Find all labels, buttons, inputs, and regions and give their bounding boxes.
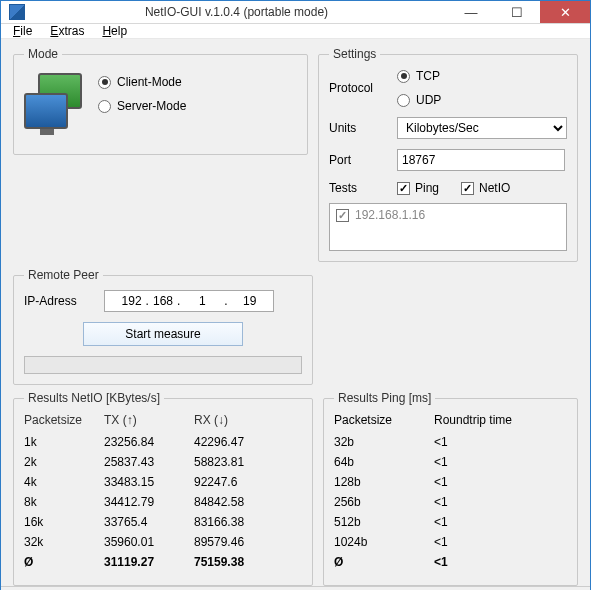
settings-group: Settings Protocol TCP UDP Units — [318, 47, 578, 262]
computers-icon — [24, 73, 84, 135]
protocol-label: Protocol — [329, 81, 389, 95]
netio-row: 16k33765.483166.38 — [24, 515, 302, 529]
netio-row: 2k25837.4358823.81 — [24, 455, 302, 469]
checkbox-icon — [397, 182, 410, 195]
port-label: Port — [329, 153, 389, 167]
units-select[interactable]: Kilobytes/Sec — [397, 117, 567, 139]
ip-list[interactable]: 192.168.1.16 — [329, 203, 567, 251]
close-button[interactable]: ✕ — [540, 1, 590, 23]
remote-legend: Remote Peer — [24, 268, 103, 282]
netio-row: 1k23256.8442296.47 — [24, 435, 302, 449]
menubar: File Extras Help — [1, 24, 590, 39]
tests-label: Tests — [329, 181, 389, 195]
remote-peer-group: Remote Peer IP-Adress 192.168. 1 . 19 St… — [13, 268, 313, 385]
ping-avg-row: Ø <1 — [334, 555, 567, 569]
radio-icon — [98, 100, 111, 113]
ping-row: 512b<1 — [334, 515, 567, 529]
tcp-radio[interactable]: TCP — [397, 69, 567, 83]
window-title: NetIO-GUI v.1.0.4 (portable mode) — [25, 5, 448, 19]
start-measure-button[interactable]: Start measure — [83, 322, 243, 346]
ping-row: 32b<1 — [334, 435, 567, 449]
netio-row: 32k35960.0189579.46 — [24, 535, 302, 549]
port-input[interactable] — [397, 149, 565, 171]
netio-row: 8k34412.7984842.58 — [24, 495, 302, 509]
results-ping-group: Results Ping [ms] Packetsize Roundtrip t… — [323, 391, 578, 586]
results-ping-legend: Results Ping [ms] — [334, 391, 435, 405]
netio-row: 4k33483.1592247.6 — [24, 475, 302, 489]
checkbox-icon — [461, 182, 474, 195]
ping-row: 128b<1 — [334, 475, 567, 489]
units-label: Units — [329, 121, 389, 135]
ip-address-label: IP-Adress — [24, 294, 94, 308]
col-roundtrip: Roundtrip time — [434, 413, 567, 427]
radio-icon — [397, 94, 410, 107]
netio-checkbox[interactable]: NetIO — [461, 181, 510, 195]
statusbar: Measurement finished. | IP(s): 192.168.1… — [1, 586, 590, 590]
ping-checkbox[interactable]: Ping — [397, 181, 439, 195]
titlebar[interactable]: NetIO-GUI v.1.0.4 (portable mode) — ☐ ✕ — [1, 1, 590, 24]
ip-list-item[interactable]: 192.168.1.16 — [336, 208, 560, 222]
col-packetsize: Packetsize — [24, 413, 104, 427]
menu-extras[interactable]: Extras — [50, 24, 84, 38]
progress-bar — [24, 356, 302, 374]
mode-legend: Mode — [24, 47, 62, 61]
radio-icon — [98, 76, 111, 89]
netio-avg-row: Ø 31119.27 75159.38 — [24, 555, 302, 569]
ip-address-input[interactable]: 192.168. 1 . 19 — [104, 290, 274, 312]
maximize-button[interactable]: ☐ — [494, 1, 540, 23]
col-packetsize: Packetsize — [334, 413, 434, 427]
results-netio-group: Results NetIO [KBytes/s] Packetsize TX (… — [13, 391, 313, 586]
results-netio-legend: Results NetIO [KBytes/s] — [24, 391, 164, 405]
minimize-button[interactable]: — — [448, 1, 494, 23]
client-mode-radio[interactable]: Client-Mode — [98, 75, 186, 89]
settings-legend: Settings — [329, 47, 380, 61]
radio-icon — [397, 70, 410, 83]
menu-help[interactable]: Help — [102, 24, 127, 38]
udp-radio[interactable]: UDP — [397, 93, 567, 107]
col-rx: RX (↓) — [194, 413, 284, 427]
ping-row: 64b<1 — [334, 455, 567, 469]
col-tx: TX (↑) — [104, 413, 194, 427]
mode-group: Mode Client-Mode Server-Mode — [13, 47, 308, 155]
app-window: NetIO-GUI v.1.0.4 (portable mode) — ☐ ✕ … — [0, 0, 591, 590]
ping-row: 256b<1 — [334, 495, 567, 509]
ping-row: 1024b<1 — [334, 535, 567, 549]
checkbox-icon — [336, 209, 349, 222]
app-icon — [9, 4, 25, 20]
menu-file[interactable]: File — [13, 24, 32, 38]
server-mode-radio[interactable]: Server-Mode — [98, 99, 186, 113]
